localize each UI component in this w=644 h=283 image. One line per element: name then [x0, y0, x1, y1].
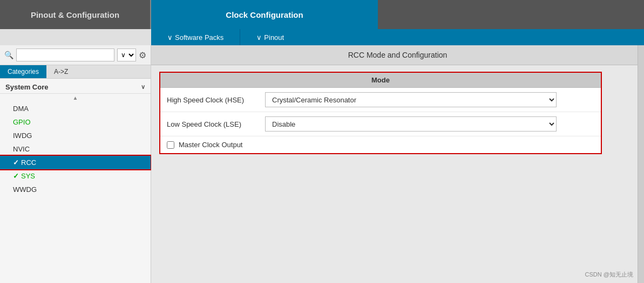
search-icon: 🔍	[4, 51, 13, 59]
clock-nav-label: Clock Configuration	[226, 10, 303, 19]
mode-section: Mode High Speed Clock (HSE) Crystal/Cera…	[159, 72, 602, 154]
gear-icon[interactable]: ⚙	[139, 50, 146, 60]
sidebar-item-gpio[interactable]: GPIO	[0, 115, 151, 129]
sidebar-tabs: Categories A->Z	[0, 65, 151, 79]
system-core-chevron: ∨	[141, 84, 145, 91]
rcc-check-icon: ✓	[13, 158, 19, 167]
sidebar-search-row: 🔍 ∨ ⚙	[0, 45, 151, 65]
gpio-label: GPIO	[13, 118, 31, 126]
system-core-group-header[interactable]: System Core ∨	[0, 79, 151, 94]
sidebar-items-list: DMA GPIO IWDG NVIC ✓ RCC ✓ SYS WWDG	[0, 102, 151, 196]
software-packs-arrow: ∨	[167, 33, 173, 42]
pinout-subnav-arrow: ∨	[256, 33, 262, 42]
system-core-label: System Core	[5, 83, 48, 91]
main-layout: 🔍 ∨ ⚙ Categories A->Z System Core ∨ ▲	[0, 45, 644, 283]
content-scrollbar[interactable]	[638, 45, 644, 283]
scroll-up-indicator: ▲	[0, 94, 151, 102]
dma-label: DMA	[13, 105, 29, 113]
lse-select[interactable]: Disable BYPASS Clock Source Crystal/Cera…	[265, 116, 557, 132]
content-area: RCC Mode and Configuration Mode High Spe…	[151, 45, 644, 283]
sidebar-item-dma[interactable]: DMA	[0, 102, 151, 115]
sidebar-item-rcc[interactable]: ✓ RCC	[0, 156, 151, 169]
pinout-nav-item[interactable]: Pinout & Configuration	[0, 0, 151, 29]
mode-section-header: Mode	[160, 73, 601, 88]
wwdg-label: WWDG	[13, 185, 37, 194]
software-packs-subnav[interactable]: ∨ Software Packs	[151, 29, 240, 45]
lse-row: Low Speed Clock (LSE) Disable BYPASS Clo…	[160, 112, 601, 136]
sys-check-icon: ✓	[13, 172, 19, 180]
software-packs-label: Software Packs	[175, 33, 223, 42]
sub-nav: ∨ Software Packs ∨ Pinout	[0, 29, 644, 45]
iwdg-label: IWDG	[13, 132, 32, 140]
sidebar-item-iwdg[interactable]: IWDG	[0, 129, 151, 142]
master-clock-row: Master Clock Output	[160, 136, 601, 153]
master-clock-checkbox[interactable]	[167, 141, 174, 149]
rcc-label: RCC	[21, 158, 36, 167]
hse-select[interactable]: Crystal/Ceramic Resonator Disable BYPASS…	[265, 92, 557, 107]
tab-atoz[interactable]: A->Z	[46, 65, 76, 78]
sys-label: SYS	[21, 172, 35, 180]
sidebar-item-sys[interactable]: ✓ SYS	[0, 169, 151, 183]
content-title: RCC Mode and Configuration	[151, 45, 644, 65]
hse-label: High Speed Clock (HSE)	[167, 96, 259, 104]
pinout-subnav[interactable]: ∨ Pinout	[240, 29, 300, 45]
lse-label: Low Speed Clock (LSE)	[167, 120, 259, 128]
sidebar-item-nvic[interactable]: NVIC	[0, 142, 151, 156]
pinout-nav-label: Pinout & Configuration	[31, 10, 119, 19]
sidebar: 🔍 ∨ ⚙ Categories A->Z System Core ∨ ▲	[0, 45, 151, 283]
clock-nav-item[interactable]: Clock Configuration	[151, 0, 378, 29]
watermark: CSDN @知无止境	[585, 271, 633, 279]
search-input[interactable]	[16, 49, 114, 61]
top-nav: Pinout & Configuration Clock Configurati…	[0, 0, 644, 29]
search-dropdown[interactable]: ∨	[117, 49, 136, 61]
hse-row: High Speed Clock (HSE) Crystal/Ceramic R…	[160, 88, 601, 112]
sidebar-item-wwdg[interactable]: WWDG	[0, 183, 151, 196]
tab-categories[interactable]: Categories	[0, 65, 46, 78]
nvic-label: NVIC	[13, 145, 30, 153]
pinout-subnav-label: Pinout	[264, 33, 284, 42]
master-clock-label: Master Clock Output	[179, 141, 243, 149]
